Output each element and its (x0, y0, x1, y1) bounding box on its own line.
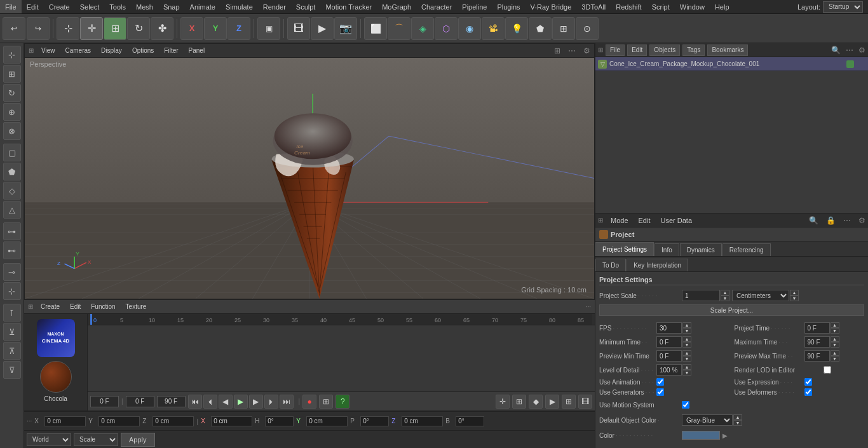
ps-scale-down-btn[interactable]: ▼ (721, 295, 729, 301)
more-tool[interactable]: ⬟ (529, 17, 552, 40)
menu-edit[interactable]: Edit (22, 0, 44, 13)
menu-create[interactable]: Create (44, 0, 75, 13)
snap-tool[interactable]: ⊙ (576, 17, 599, 40)
preview-min-input[interactable] (656, 350, 682, 362)
x-axis-btn[interactable]: X (180, 17, 203, 40)
left-tool-5[interactable]: ⊗ (3, 122, 21, 140)
tab-dynamics[interactable]: Dynamics (680, 243, 722, 256)
attr-dots-icon[interactable]: ⋯ (843, 216, 851, 225)
move-tool[interactable]: ✛ (80, 17, 103, 40)
ps-unit-down-btn[interactable]: ▼ (790, 295, 799, 301)
preview-min-down-btn[interactable]: ▼ (682, 356, 691, 362)
obj-tags-btn[interactable]: Tags (682, 44, 705, 56)
viewport-more-icon[interactable]: ⋯ (568, 46, 576, 55)
tab-project-settings[interactable]: Project Settings (595, 242, 654, 256)
menu-mesh[interactable]: Mesh (131, 0, 158, 13)
viewport-settings-icon[interactable]: ⚙ (583, 46, 590, 55)
viewport-menu-cameras[interactable]: Cameras (63, 46, 94, 55)
camera-tool[interactable]: 📽 (482, 17, 505, 40)
menu-help[interactable]: Help (710, 0, 735, 13)
preview-end-input[interactable]: 90 F (157, 396, 186, 407)
goto-end-btn[interactable]: ⏭ (280, 395, 294, 409)
obj-manager-search[interactable]: 🔍 (831, 46, 841, 55)
all-tool[interactable]: ✤ (151, 17, 173, 40)
model-mode-btn[interactable]: ▣ (257, 17, 280, 40)
left-tool-15[interactable]: ⊻ (3, 323, 21, 341)
menu-script[interactable]: Script (647, 0, 675, 13)
render-lod-checkbox[interactable] (824, 366, 831, 374)
menu-simulate[interactable]: Simulate (220, 0, 258, 13)
menu-tools[interactable]: Tools (104, 0, 131, 13)
apply-button[interactable]: Apply (121, 433, 155, 447)
size-z-input[interactable]: 0 cm (402, 416, 443, 426)
size-y-input[interactable]: 0 cm (306, 416, 348, 426)
h-input[interactable]: 0° (265, 416, 294, 426)
playback-tool-timeline[interactable]: ▶ (545, 395, 559, 409)
menu-pipeline[interactable]: Pipeline (457, 0, 492, 13)
viewport-menu-panel[interactable]: Panel (186, 46, 208, 55)
timeline-tracks[interactable] (88, 325, 595, 391)
tab-todo[interactable]: To Do (595, 259, 626, 271)
min-time-input[interactable] (656, 336, 682, 348)
menu-redshift[interactable]: Redshift (611, 0, 646, 13)
attr-userdata-btn[interactable]: User Data (658, 217, 695, 224)
left-tool-16[interactable]: ⊼ (3, 342, 21, 360)
project-time-down-btn[interactable]: ▼ (831, 328, 839, 334)
light-tool[interactable]: 💡 (505, 17, 528, 40)
move-tool-timeline[interactable]: ✛ (496, 395, 510, 409)
record-btn[interactable]: ● (302, 395, 316, 409)
film-timeline[interactable]: 🎞 (578, 395, 592, 409)
left-tool-2[interactable]: ⊞ (3, 65, 21, 83)
menu-select[interactable]: Select (75, 0, 105, 13)
viewport-3d[interactable]: X Y Z (25, 58, 594, 299)
min-time-up-btn[interactable]: ▲ (682, 336, 691, 342)
size-x-input[interactable]: 0 cm (211, 416, 252, 426)
render-active-btn[interactable]: 📷 (334, 17, 357, 40)
viewport-menu-options[interactable]: Options (130, 46, 156, 55)
left-tool-17[interactable]: ⊽ (3, 361, 21, 379)
lod-up-btn[interactable]: ▲ (682, 364, 691, 370)
lod-down-btn[interactable]: ▼ (682, 370, 691, 376)
deform-tool[interactable]: ⬡ (435, 17, 458, 40)
default-color-down-btn[interactable]: ▼ (733, 420, 742, 426)
left-tool-14[interactable]: ⊺ (3, 304, 21, 322)
fps-input[interactable] (656, 322, 682, 334)
viewport-menu-display[interactable]: Display (98, 46, 125, 55)
current-time-input[interactable]: 0 F (90, 396, 119, 407)
grid-timeline[interactable]: ⊞ (562, 395, 576, 409)
ps-project-scale-input[interactable] (682, 290, 720, 301)
menu-character[interactable]: Character (416, 0, 457, 13)
menu-sculpt[interactable]: Sculpt (291, 0, 321, 13)
next-frame-btn[interactable]: ⏵ (264, 395, 278, 409)
use-motion-checkbox[interactable] (682, 401, 689, 409)
rotate-tool[interactable]: ↻ (127, 17, 150, 40)
attr-mode-btn[interactable]: Mode (608, 217, 631, 224)
scene-tool[interactable]: ◉ (458, 17, 481, 40)
preview-max-up-btn[interactable]: ▲ (831, 350, 839, 356)
left-tool-10[interactable]: ⊶ (3, 222, 21, 240)
obj-manager-dots[interactable]: ⋯ (846, 46, 853, 55)
timeline-ruler[interactable]: 0 5 10 15 20 25 30 35 40 45 (88, 314, 595, 325)
world-dropdown[interactable]: World (27, 433, 71, 446)
attr-search-icon[interactable]: 🔍 (809, 216, 818, 225)
play-btn[interactable]: ▶ (234, 395, 248, 409)
y-axis-btn[interactable]: Y (204, 17, 227, 40)
tab-referencing[interactable]: Referencing (722, 243, 771, 256)
menu-snap[interactable]: Snap (158, 0, 185, 13)
project-time-up-btn[interactable]: ▲ (831, 322, 839, 328)
render-preview-btn[interactable]: ▶ (311, 17, 334, 40)
preview-start-input[interactable]: 0 F (126, 396, 154, 407)
max-time-down-btn[interactable]: ▼ (831, 342, 839, 348)
color-swatch[interactable] (682, 431, 720, 440)
fps-down-btn[interactable]: ▼ (682, 328, 691, 334)
viewport-menu-view[interactable]: View (39, 46, 58, 55)
p-input[interactable]: 0° (360, 416, 389, 426)
color-arrow[interactable]: ▶ (722, 432, 728, 439)
ps-unit-up-btn[interactable]: ▲ (790, 290, 799, 295)
menu-mograph[interactable]: MoGraph (377, 0, 416, 13)
project-time-input[interactable] (804, 322, 830, 334)
scale-project-btn[interactable]: Scale Project... (599, 304, 864, 316)
viewport-expand-icon[interactable]: ⊞ (554, 46, 560, 55)
left-tool-12[interactable]: ⊸ (3, 263, 21, 281)
tab-info[interactable]: Info (654, 243, 679, 256)
